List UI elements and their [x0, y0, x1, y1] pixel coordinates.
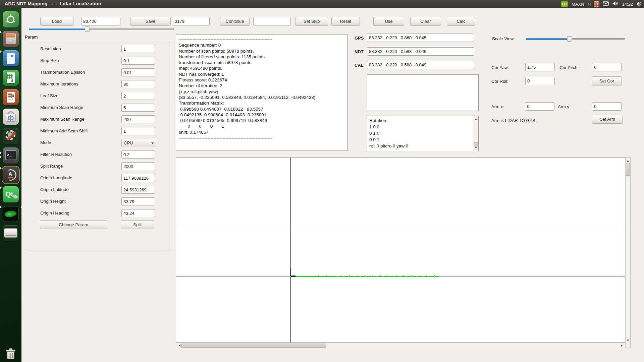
- ndt-field[interactable]: [367, 47, 474, 56]
- param-field-minimum-scan-range[interactable]: [121, 104, 155, 112]
- plot-vscrollbar[interactable]: [625, 157, 631, 343]
- system-tray: MAXN ↑↓ 14:22: [561, 0, 642, 8]
- dock-item-writer[interactable]: [3, 50, 19, 66]
- input-method-icon[interactable]: [594, 1, 599, 7]
- dock-item-calc[interactable]: [3, 70, 19, 86]
- continue-button[interactable]: Conitinue: [220, 17, 250, 26]
- dock-item-qtcreator[interactable]: Qt: [3, 186, 19, 202]
- param-field-transformation-epsilon[interactable]: [121, 68, 155, 76]
- param-label-origin-longitude: Origin Longitude: [40, 175, 72, 180]
- param-label-step-size: Step Size: [40, 58, 59, 63]
- param-label-split-range: Split Range: [40, 164, 63, 169]
- log-output[interactable]: ----------------------------------------…: [176, 34, 347, 151]
- param-label-origin-latitude: Origin Latitude: [40, 187, 69, 192]
- app-window: Load Save Conitinue Set Skip Reset Use C…: [21, 8, 644, 362]
- dock-item-software[interactable]: [3, 109, 19, 125]
- plot-vscrollbar-thumb[interactable]: [626, 163, 630, 176]
- set-arm-button[interactable]: Set Arm: [592, 115, 623, 124]
- nvidia-icon[interactable]: [561, 1, 568, 7]
- network-arrows-icon[interactable]: ↑↓: [587, 0, 591, 8]
- cor-yaw-label: Cor Yaw:: [491, 65, 509, 70]
- dock-item-terminal[interactable]: >_: [3, 147, 19, 164]
- load-button[interactable]: Load: [40, 17, 73, 26]
- arm-x-field[interactable]: [525, 102, 554, 111]
- cal-field[interactable]: [367, 61, 474, 69]
- mail-icon[interactable]: [603, 1, 609, 7]
- ndt-label: NDT: [355, 49, 364, 54]
- param-label-maximum-scan-range: Maximum Scan Range: [40, 117, 85, 122]
- rotation-scrollbar[interactable]: [473, 116, 478, 151]
- param-label-filter-resolution: Filter Resolution: [40, 152, 72, 157]
- gps-label: GPS: [355, 36, 364, 41]
- param-field-origin-longitude[interactable]: [121, 174, 155, 182]
- reset-button[interactable]: Reset: [331, 17, 360, 26]
- param-field-minimum-add-scan-shift[interactable]: [121, 127, 155, 135]
- playback-slider[interactable]: [29, 28, 174, 30]
- volume-icon[interactable]: [612, 1, 619, 7]
- set-cor-button[interactable]: Set Cor: [592, 76, 622, 85]
- param-field-origin-height[interactable]: [121, 197, 155, 205]
- clock[interactable]: 14:22: [622, 2, 633, 7]
- param-field-resolution[interactable]: [121, 45, 155, 53]
- set-skip-button[interactable]: Set Skip: [295, 17, 328, 26]
- clear-button[interactable]: Clear: [410, 17, 441, 26]
- param-field-origin-heading[interactable]: [121, 209, 155, 217]
- calc-button[interactable]: Calc: [447, 17, 475, 26]
- chevron-down-icon: [151, 142, 154, 145]
- split-button[interactable]: Split: [121, 220, 154, 229]
- param-field-maximum-iterations[interactable]: [121, 80, 155, 88]
- param-label-leaf-size: Leaf Size: [40, 93, 58, 98]
- save-button[interactable]: Save: [130, 17, 171, 26]
- param-field-leaf-size[interactable]: [121, 92, 155, 100]
- rotation-scrollbar-thumb[interactable]: [474, 142, 478, 146]
- rotation-text: Rotation: 1 0 0 0 1 0 0 0 1 roll:0 pitch…: [367, 116, 478, 150]
- trajectory-start-segment: [291, 276, 296, 277]
- dock-item-trash[interactable]: [3, 347, 19, 362]
- use-button[interactable]: Use: [373, 17, 404, 26]
- param-label-mode: Mode: [40, 140, 51, 145]
- window-title: ADC NDT Mapping ------ Lidar Localizatio…: [5, 1, 101, 6]
- dock-item-settings[interactable]: [3, 128, 19, 144]
- param-label-minimum-add-scan-shift: Minimum Add Scan Shift: [40, 128, 88, 133]
- param-field-step-size[interactable]: [121, 57, 155, 65]
- session-gear-icon[interactable]: [636, 1, 642, 7]
- skip-value-field[interactable]: [253, 17, 291, 25]
- param-field-split-range[interactable]: [121, 162, 155, 170]
- dock-item-drive[interactable]: [3, 225, 19, 241]
- save-value-field[interactable]: [173, 17, 210, 25]
- rotation-box[interactable]: Rotation: 1 0 0 0 1 0 0 0 1 roll:0 pitch…: [367, 116, 479, 151]
- dock-item-updater[interactable]: A: [3, 167, 19, 183]
- param-label-transformation-epsilon: Transformation Epsilon: [40, 70, 85, 75]
- change-param-button[interactable]: Change Param: [40, 220, 107, 229]
- arm-y-field[interactable]: [592, 102, 622, 111]
- cor-yaw-field[interactable]: [525, 63, 555, 71]
- param-field-origin-latitude[interactable]: [121, 186, 155, 194]
- desktop: ADC NDT Mapping ------ Lidar Localizatio…: [0, 0, 644, 362]
- param-field-maximum-scan-range[interactable]: [121, 115, 155, 123]
- dock-item-impress[interactable]: [3, 89, 19, 105]
- playback-slider-handle[interactable]: [85, 26, 90, 32]
- plot-canvas[interactable]: [176, 157, 625, 343]
- param-field-filter-resolution[interactable]: [121, 150, 155, 159]
- cor-roll-field[interactable]: [525, 77, 555, 85]
- dock-item-dash[interactable]: [3, 11, 19, 27]
- gpu-mode-label: MAXN: [572, 2, 584, 7]
- plot-hscrollbar[interactable]: [176, 343, 625, 348]
- dock-item-lidar-app[interactable]: [3, 206, 19, 222]
- scale-view-slider-handle[interactable]: [567, 36, 572, 42]
- aux-view-box[interactable]: [367, 74, 479, 111]
- scale-view-slider[interactable]: [526, 38, 625, 40]
- log-text: ----------------------------------------…: [179, 37, 344, 141]
- cal-label: CAL: [355, 63, 364, 68]
- qt-label: Qt: [5, 190, 13, 198]
- gps-field[interactable]: [367, 34, 474, 42]
- scrollbar-corner: [625, 343, 631, 348]
- load-value-field[interactable]: [81, 17, 120, 25]
- arm-x-label: Arm x:: [491, 104, 504, 109]
- mode-select[interactable]: CPU: [121, 139, 156, 147]
- cor-pitch-label: Cor Pitch:: [559, 65, 579, 70]
- dock-item-files[interactable]: [3, 31, 19, 47]
- plot-hscrollbar-thumb[interactable]: [181, 344, 326, 348]
- scale-view-slider-fill: [526, 38, 570, 40]
- cor-pitch-field[interactable]: [592, 63, 622, 71]
